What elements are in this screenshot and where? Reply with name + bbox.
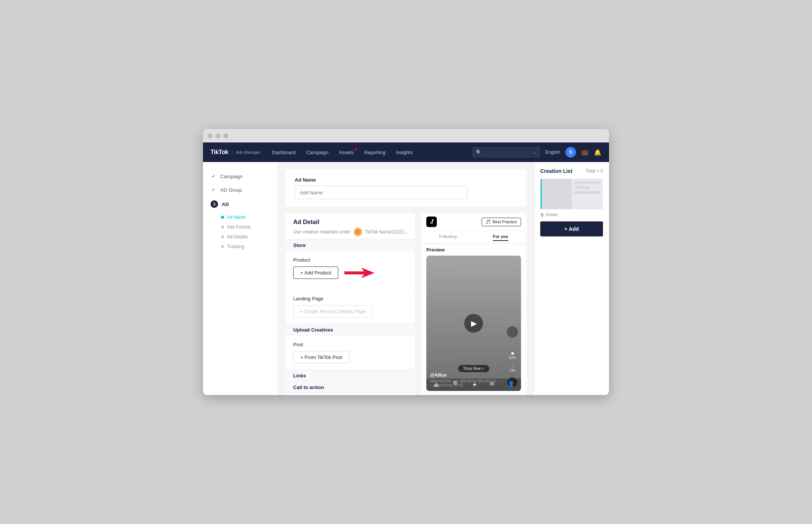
step-number: 3	[211, 200, 218, 208]
product-section-body: Product + Add Product	[286, 251, 415, 289]
ad-name-label: Ad Name	[295, 177, 517, 183]
post-label: Post	[293, 342, 408, 347]
preview-top-bar: 🎵 Best Practice	[421, 213, 526, 231]
tiktok-logo-icon	[428, 218, 435, 225]
share-count: 232	[509, 368, 515, 372]
preview-panel: 🎵 Best Practice Following For you Previe…	[421, 213, 526, 395]
nav-reporting[interactable]: Reporting	[364, 150, 385, 155]
sidebar-tracking-label: Tracking	[227, 244, 244, 249]
maximize-btn[interactable]	[223, 133, 228, 138]
share-icon: ↑	[512, 365, 514, 368]
tiktok-logo: TikTok : Ads Manager	[211, 149, 261, 156]
sidebar-item-adgroup[interactable]: ✓ AD Group	[203, 183, 278, 197]
landing-page-section: Landing Page + Create Product Details Pa…	[286, 290, 415, 324]
product-row: + Add Product	[293, 267, 408, 279]
ad-name-card: Ad Name	[286, 170, 526, 207]
sidebar-item-ad[interactable]: 3 AD	[203, 197, 278, 212]
preview-left-area	[541, 179, 572, 209]
ad-name-input[interactable]	[295, 186, 468, 199]
assets-badge	[354, 148, 357, 150]
creative-label-text: Use creative materials under	[293, 229, 351, 235]
logo-subtext: Ads Manager	[236, 150, 260, 154]
preview-tabs: Following For you	[421, 231, 526, 244]
minimize-btn[interactable]	[215, 133, 220, 138]
shop-now-bar[interactable]: Shop Now >	[458, 365, 489, 372]
creation-preview-image	[541, 179, 603, 209]
nav-insights[interactable]: Insights	[396, 150, 413, 155]
links-section-header: Links	[286, 370, 415, 382]
search-bar[interactable]: 🔍 ⌄	[473, 147, 540, 158]
sidebar-item-campaign[interactable]: ✓ Campaign	[203, 170, 278, 183]
tab-following[interactable]: Following	[439, 234, 456, 240]
nav-dashboard[interactable]: Dashboard	[272, 150, 296, 155]
shop-now-label: Shop Now >	[464, 366, 484, 371]
play-button[interactable]: ▶	[464, 314, 483, 333]
comment-action[interactable]: 💬 1281	[509, 352, 516, 359]
video-username: @Allice	[430, 373, 506, 378]
preview-line-3	[574, 191, 601, 194]
sidebar-campaign-label: Campaign	[220, 174, 242, 179]
preview-line-1	[574, 181, 601, 184]
sidebar-sub-tracking[interactable]: Tracking	[203, 241, 278, 251]
comment-icon: 💬	[511, 352, 515, 356]
sidebar-adsformat-label: Ads Format	[227, 224, 250, 230]
like-action[interactable]: ♡	[511, 343, 514, 347]
trash-icon: 🗑	[540, 212, 544, 217]
add-creation-label: + Add	[564, 226, 579, 232]
briefcase-icon[interactable]: 💼	[581, 149, 589, 156]
sidebar-sub-addetails[interactable]: Ad Details	[203, 231, 278, 241]
main-layout: ✓ Campaign ✓ AD Group 3 AD Ad Name Ads F…	[203, 162, 609, 395]
add-product-button[interactable]: + Add Product	[293, 267, 338, 279]
language-selector[interactable]: English	[545, 150, 560, 155]
titlebar	[203, 129, 609, 142]
nav-assets[interactable]: Assets	[339, 150, 354, 155]
video-bottom-icons: ⛪ 🔍 + ✉ 👤	[426, 379, 521, 391]
sidebar: ✓ Campaign ✓ AD Group 3 AD Ad Name Ads F…	[203, 162, 278, 395]
best-practice-label: Best Practice	[492, 220, 517, 224]
creation-preview-box	[540, 179, 603, 209]
close-btn[interactable]	[208, 133, 212, 138]
sidebar-ad-label: AD	[222, 201, 229, 207]
share-action[interactable]: ↑ 232	[509, 365, 515, 372]
video-right-actions: + ♡ 💬 1281 ↑ 232	[507, 326, 518, 387]
notification-icon[interactable]: 🔔	[594, 149, 601, 156]
post-section-body: Post + From TikTok Post	[286, 336, 415, 370]
creation-list-header: Creation List Total × 0	[540, 168, 603, 174]
inbox-icon: ✉	[490, 381, 494, 389]
add-video-icon[interactable]: +	[473, 381, 477, 389]
dot-icon-2	[221, 226, 224, 229]
nav-links: Dashboard Campaign Assets Reporting Insi…	[272, 150, 473, 155]
from-tiktok-label: + From TikTok Post	[300, 354, 342, 360]
logo-text: TikTok	[211, 149, 228, 156]
top-navigation: TikTok : Ads Manager Dashboard Campaign …	[203, 142, 609, 162]
best-practice-button[interactable]: 🎵 Best Practice	[482, 218, 521, 226]
user-avatar[interactable]: S	[565, 147, 576, 158]
ad-detail-wrapper: Ad Detail Use creative materials under 🎵…	[286, 213, 526, 395]
nav-campaign[interactable]: Campaign	[306, 150, 328, 155]
preview-right-area	[572, 179, 603, 209]
preview-title: Preview	[421, 244, 526, 256]
creation-list-panel: Creation List Total × 0 🗑 Delete	[534, 162, 609, 395]
create-landing-page-label: + Create Product Details Page	[300, 309, 366, 314]
app-window: TikTok : Ads Manager Dashboard Campaign …	[203, 129, 609, 395]
profile-icon: 👤	[508, 381, 514, 389]
create-landing-page-button[interactable]: + Create Product Details Page	[293, 305, 372, 318]
content-area: Ad Name Ad Detail Use creative materials…	[278, 162, 534, 395]
search-icon-video: 🔍	[453, 381, 459, 389]
cta-section-header: Call to action	[286, 382, 415, 393]
sidebar-sub-adsformat[interactable]: Ads Format	[203, 221, 278, 231]
add-creation-button[interactable]: + Add	[540, 221, 603, 236]
tiktok-small-logo	[426, 217, 437, 227]
plus-red-icon: +	[513, 329, 515, 332]
delete-link[interactable]: 🗑 Delete	[540, 212, 603, 217]
landing-page-label: Landing Page	[293, 296, 408, 301]
active-dot-icon	[221, 216, 224, 219]
arrow-icon	[341, 266, 374, 280]
total-badge: Total × 0	[586, 168, 603, 174]
sidebar-sub-adname[interactable]: Ad Name	[203, 212, 278, 221]
from-tiktok-post-button[interactable]: + From TikTok Post	[293, 351, 350, 363]
ad-detail-card: Ad Detail Use creative materials under 🎵…	[286, 213, 415, 395]
tab-for-you[interactable]: For you	[493, 234, 508, 241]
home-icon: ⛪	[433, 381, 439, 389]
comment-count: 1281	[509, 356, 516, 359]
